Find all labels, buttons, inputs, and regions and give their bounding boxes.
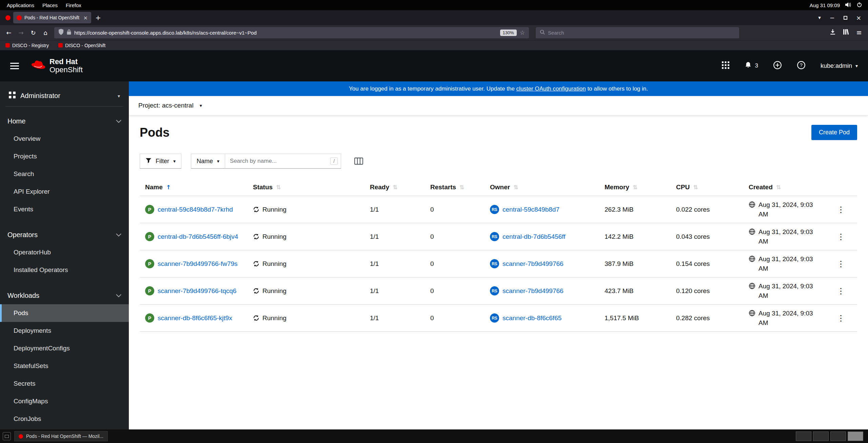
help-icon[interactable]: ? (797, 61, 806, 71)
column-header-created[interactable]: Created⇅ (743, 179, 825, 196)
zoom-indicator[interactable]: 130% (500, 30, 517, 36)
owner-link[interactable]: scanner-7b9d499766 (502, 260, 564, 268)
row-kebab-button[interactable]: ⋮ (837, 232, 845, 242)
column-header-status[interactable]: Status⇅ (248, 179, 364, 196)
pod-link[interactable]: scanner-7b9d499766-tqcq6 (158, 287, 236, 295)
forward-button[interactable]: → (16, 27, 26, 38)
tab-close-icon[interactable]: × (83, 15, 88, 21)
sidebar-item-cronjobs[interactable]: CronJobs (0, 410, 129, 428)
pod-link[interactable]: central-db-7d6b5456ff-6bjv4 (158, 233, 238, 240)
sidebar-item-installed-operators[interactable]: Installed Operators (0, 261, 129, 279)
row-kebab-button[interactable]: ⋮ (837, 259, 845, 269)
library-icon[interactable] (843, 29, 849, 36)
user-menu[interactable]: kube:admin ▾ (821, 62, 858, 70)
maximize-window-icon[interactable] (844, 16, 847, 20)
nav-group-operators[interactable]: Operators (0, 226, 129, 244)
taskbar-window-button[interactable]: Pods - Red Hat OpenShift — Mozil... (14, 431, 108, 441)
search-attribute-dropdown[interactable]: Name ▾ (191, 154, 225, 169)
quick-create-icon[interactable] (773, 61, 782, 71)
bookmark-disco-registry[interactable]: DISCO - Registry (5, 43, 49, 48)
owner-link[interactable]: scanner-db-8f6c6f65 (502, 314, 561, 322)
volume-icon[interactable] (845, 2, 851, 8)
table-row: Pcentral-59c849b8d7-7krhd Running 1/1 0 … (140, 196, 857, 223)
pod-link[interactable]: scanner-7b9d499766-fw79s (158, 260, 238, 268)
sidebar-item-pods[interactable]: Pods (0, 304, 129, 322)
sort-icon[interactable]: ⇅ (776, 184, 781, 191)
sort-icon[interactable]: ⇅ (459, 184, 464, 191)
firefox-menu[interactable]: Firefox (62, 0, 85, 10)
sidebar-item-events[interactable]: Events (0, 200, 129, 218)
column-header-name[interactable]: Name↑ (140, 179, 248, 196)
nav-toggle-icon[interactable] (10, 63, 19, 69)
manage-columns-button[interactable] (351, 154, 366, 169)
url-text[interactable]: https://console-openshift-console.apps.d… (74, 30, 497, 36)
places-menu[interactable]: Places (38, 0, 62, 10)
filter-dropdown[interactable]: Filter ▾ (140, 154, 181, 169)
sidebar-item-search[interactable]: Search (0, 165, 129, 183)
applications-menu[interactable]: Applications (3, 0, 38, 10)
notifications-button[interactable]: 3 (744, 61, 758, 71)
oauth-config-link[interactable]: cluster OAuth configuration (516, 85, 586, 92)
sidebar-item-secrets[interactable]: Secrets (0, 375, 129, 392)
app-launcher-icon[interactable] (722, 61, 729, 70)
owner-link[interactable]: scanner-7b9d499766 (502, 287, 564, 295)
downloads-icon[interactable] (830, 29, 836, 36)
sidebar-item-api-explorer[interactable]: API Explorer (0, 183, 129, 200)
sidebar-item-deployments[interactable]: Deployments (0, 322, 129, 340)
tracking-shield-icon[interactable] (58, 29, 64, 36)
workspace-1[interactable] (796, 431, 811, 441)
name-search-input[interactable] (225, 154, 341, 169)
sidebar-item-projects[interactable]: Projects (0, 148, 129, 165)
lock-icon[interactable] (67, 29, 71, 36)
hamburger-menu-icon[interactable]: ≡ (856, 28, 862, 37)
bookmark-disco-openshift[interactable]: DISCO - OpenShift (58, 43, 105, 48)
brand-logo[interactable]: Red Hat OpenShift (29, 58, 83, 74)
reload-button[interactable]: ↻ (28, 27, 39, 38)
power-icon[interactable] (857, 2, 862, 8)
browser-tab[interactable]: Pods - Red Hat OpenShift × (13, 12, 91, 23)
sort-icon[interactable]: ⇅ (513, 184, 518, 191)
workspace-4[interactable] (848, 431, 863, 441)
sort-icon[interactable]: ⇅ (693, 184, 698, 191)
list-tabs-icon[interactable]: ▾ (818, 15, 821, 21)
bookmark-star-icon[interactable]: ☆ (520, 29, 525, 36)
row-kebab-button[interactable]: ⋮ (837, 205, 845, 214)
owner-link[interactable]: central-db-7d6b5456ff (502, 233, 566, 240)
column-header-restarts[interactable]: Restarts⇅ (425, 179, 485, 196)
column-header-cpu[interactable]: CPU⇅ (671, 179, 743, 196)
column-header-memory[interactable]: Memory⇅ (599, 179, 671, 196)
browser-search-field[interactable]: Search (536, 27, 739, 38)
sidebar-item-configmaps[interactable]: ConfigMaps (0, 392, 129, 410)
project-selector[interactable]: Project: acs-central ▾ (129, 96, 868, 115)
sort-icon[interactable]: ⇅ (633, 184, 637, 191)
back-button[interactable]: ← (3, 27, 14, 38)
search-icon (540, 30, 545, 36)
nav-group-workloads[interactable]: Workloads (0, 287, 129, 304)
url-bar[interactable]: https://console-openshift-console.apps.d… (54, 27, 529, 38)
new-tab-button[interactable]: + (95, 14, 101, 22)
sidebar-item-deploymentconfigs[interactable]: DeploymentConfigs (0, 340, 129, 357)
sidebar-item-statefulsets[interactable]: StatefulSets (0, 357, 129, 375)
column-header-owner[interactable]: Owner⇅ (485, 179, 599, 196)
column-header-ready[interactable]: Ready⇅ (364, 179, 425, 196)
sort-icon[interactable]: ⇅ (276, 184, 281, 191)
sort-icon[interactable]: ⇅ (393, 184, 397, 191)
minimize-window-icon[interactable]: − (830, 14, 835, 21)
close-window-icon[interactable]: × (856, 14, 861, 21)
clock[interactable]: Aug 31 09:09 (810, 2, 840, 8)
nav-group-home[interactable]: Home (0, 113, 129, 130)
window-list-icon[interactable] (3, 432, 11, 440)
sidebar-item-overview[interactable]: Overview (0, 130, 129, 148)
sidebar-item-operatorhub[interactable]: OperatorHub (0, 244, 129, 261)
pod-link[interactable]: central-59c849b8d7-7krhd (158, 206, 233, 213)
perspective-switcher[interactable]: Administrator ▾ (5, 87, 123, 107)
pod-link[interactable]: scanner-db-8f6c6f65-kjt9x (158, 314, 232, 322)
owner-link[interactable]: central-59c849b8d7 (502, 206, 559, 213)
row-kebab-button[interactable]: ⋮ (837, 286, 845, 296)
create-pod-button[interactable]: Create Pod (811, 125, 857, 140)
row-kebab-button[interactable]: ⋮ (837, 313, 845, 323)
sort-asc-icon[interactable]: ↑ (166, 184, 171, 191)
workspace-2[interactable] (813, 431, 829, 441)
home-button[interactable]: ⌂ (40, 27, 51, 38)
workspace-3[interactable] (830, 431, 846, 441)
